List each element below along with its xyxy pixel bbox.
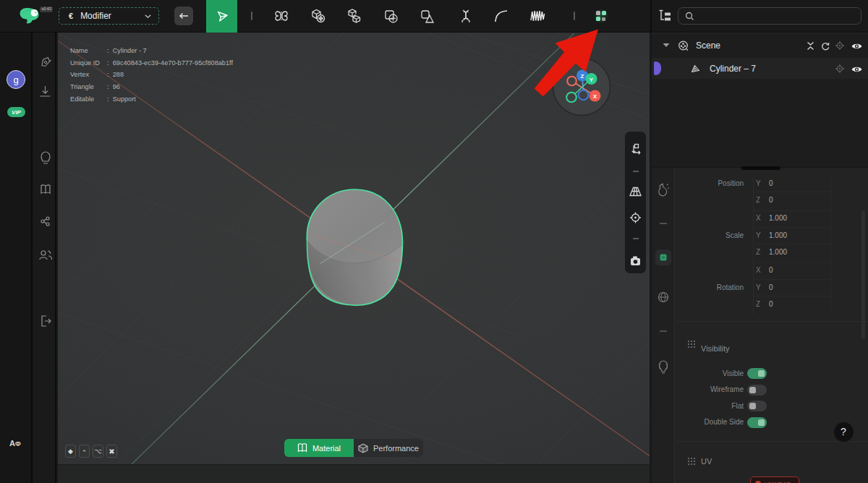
svg-text:Y: Y [590,77,594,83]
svg-text:X: X [593,93,597,100]
svg-text:Z: Z [581,73,584,80]
